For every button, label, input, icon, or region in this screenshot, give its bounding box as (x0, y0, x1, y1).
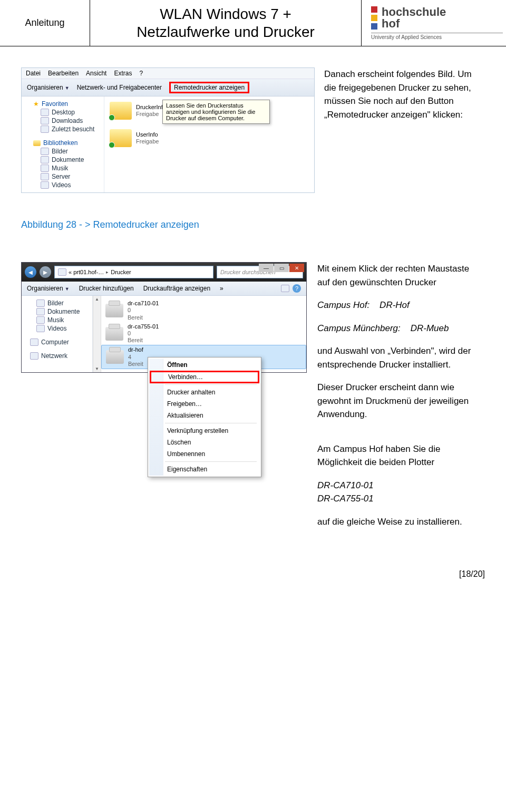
videos-icon (36, 325, 45, 332)
exp2-nav-pane: Bilder Dokumente Musik Videos Computer N… (22, 296, 93, 372)
scroll-down-icon: ▼ (95, 366, 99, 371)
network-icon (30, 352, 38, 360)
printer-item[interactable]: dr-ca755-01 0 Bereit (101, 322, 306, 345)
chevron-right-icon: ▸ (106, 269, 109, 275)
printer-jobs: 4 (128, 354, 143, 361)
help-icon[interactable]: ? (293, 284, 301, 293)
forward-button[interactable]: ► (40, 266, 51, 278)
nav-dokumente[interactable]: Dokumente (23, 307, 91, 316)
view-icon[interactable] (281, 285, 289, 292)
nav-bilder[interactable]: Bilder (23, 299, 91, 307)
tooltip-l3: Drucker auf diesem Computer. (166, 115, 266, 121)
folder-userinfo[interactable]: UserInfo Freigabe (110, 129, 309, 147)
nav-zuletzt[interactable]: Zuletzt besucht (24, 125, 102, 133)
desktop-icon (41, 109, 49, 116)
star-icon: ★ (33, 100, 39, 108)
menu-extras[interactable]: Extras (114, 70, 132, 77)
location-icon (58, 268, 66, 276)
nav-desktop[interactable]: Desktop (24, 108, 102, 117)
page-header: Anleitung WLAN Windows 7 + Netzlaufwerke… (0, 0, 506, 46)
nav-computer[interactable]: Computer (23, 338, 91, 346)
address-bar[interactable]: « prt01.hof-… ▸ Drucker (54, 266, 213, 278)
addr-segment: Drucker (111, 269, 131, 275)
para-plotter-intro: Am Campus Hof haben Sie die Möglichkeit … (317, 442, 475, 469)
menu-datei[interactable]: Datei (26, 70, 41, 77)
side-text-block-2: Mit einem Klick der rechten Maustaste au… (317, 262, 475, 538)
header-left: Anleitung (0, 0, 90, 46)
close-button[interactable]: ✕ (289, 264, 304, 272)
ctx-verknuepfung[interactable]: Verknüpfung erstellen (149, 425, 260, 437)
logo-block: hochschule hof University of Applied Sci… (362, 0, 506, 46)
ctx-loeschen[interactable]: Löschen (149, 437, 260, 448)
para-plotter-list: DR-CA710-01 DR-CA755-01 (317, 479, 475, 506)
pictures-icon (36, 299, 45, 307)
side-paragraph-1: Danach erscheint folgendes Bild. Um die … (324, 67, 472, 121)
computer-icon (30, 339, 38, 346)
nav-bibliotheken[interactable]: Bibliotheken (24, 139, 102, 147)
ctx-oeffnen[interactable]: Öffnen (149, 359, 260, 371)
nav-videos[interactable]: Videos (23, 324, 91, 333)
maximize-button[interactable]: ▭ (274, 264, 289, 272)
nav-musik[interactable]: Musik (24, 164, 102, 172)
menu-bearbeiten[interactable]: Bearbeiten (48, 70, 79, 77)
toolbar-more[interactable]: » (220, 285, 223, 292)
nav-server[interactable]: Server (24, 172, 102, 181)
logo-row: hochschule hof (371, 6, 446, 30)
explorer-window-1: Datei Bearbeiten Ansicht Extras ? Organi… (21, 67, 315, 193)
para-verbinden: und Auswahl von „Verbinden", wird der en… (317, 344, 475, 371)
menu-help[interactable]: ? (139, 70, 143, 77)
content-pane: Lassen Sie den Druckerstatus anzeigen un… (104, 96, 314, 192)
para-right-click: Mit einem Klick der rechten Maustaste au… (317, 262, 475, 289)
folder-sub: Freigabe (136, 138, 159, 145)
menu-ansicht[interactable]: Ansicht (86, 70, 106, 77)
nav-favoriten[interactable]: ★Favoriten (24, 100, 102, 108)
printer-status: Bereit (128, 361, 143, 368)
folder-sub: Freigabe (136, 111, 166, 118)
printer-item[interactable]: dr-ca710-01 0 Bereit (101, 299, 306, 322)
ctx-separator (165, 461, 257, 462)
toolbar-network-center[interactable]: Netzwerk- und Freigabecenter (77, 84, 162, 91)
nav-videos[interactable]: Videos (24, 181, 102, 189)
folder-name: DruckerInfo (136, 104, 166, 111)
printer-status: Bereit (128, 337, 159, 344)
ctx-separator (165, 384, 257, 385)
ctx-umbenennen[interactable]: Umbenennen (149, 448, 260, 460)
nav-netzwerk[interactable]: Netzwerk (23, 352, 91, 360)
minimize-button[interactable]: — (259, 264, 274, 272)
printer-jobs: 0 (128, 330, 159, 337)
folder-icon (110, 102, 132, 120)
toolbar-drucker-hinzufuegen[interactable]: Drucker hinzufügen (79, 285, 134, 292)
nav-downloads[interactable]: Downloads (24, 117, 102, 125)
ctx-verbinden[interactable]: Verbinden… (150, 371, 259, 383)
para-campus-hof: Campus Hof: DR-Hof (317, 298, 475, 312)
ctx-freigeben[interactable]: Freigeben… (149, 398, 260, 410)
ctx-separator (165, 423, 257, 423)
nav-dokumente[interactable]: Dokumente (24, 156, 102, 164)
toolbar-remotedrucker-button[interactable]: Remotedrucker anzeigen (169, 82, 249, 93)
ctx-aktualisieren[interactable]: Aktualisieren (149, 410, 260, 421)
tooltip-l1: Lassen Sie den Druckerstatus (166, 102, 266, 109)
printer-icon (105, 304, 123, 317)
documents-icon (36, 308, 45, 315)
downloads-icon (41, 117, 49, 124)
scrollbar[interactable]: ▲▼ (93, 296, 101, 372)
ctx-eigenschaften[interactable]: Eigenschaften (149, 463, 260, 475)
explorer-window-2: ◄ ► « prt01.hof-… ▸ Drucker Drucker durc… (21, 262, 307, 373)
toolbar-organisieren[interactable]: Organisieren▼ (27, 285, 70, 292)
toolbar-druckauftraege[interactable]: Druckaufträge anzeigen (143, 285, 210, 292)
share-overlay-icon (109, 142, 115, 148)
music-icon (36, 316, 45, 324)
nav-pane: ★Favoriten Desktop Downloads Zuletzt bes… (22, 96, 104, 192)
chevron-down-icon: ▼ (65, 85, 70, 91)
toolbar-organisieren[interactable]: Organisieren▼ (27, 84, 70, 91)
logo-subtitle: University of Applied Sciences (371, 33, 503, 40)
logo-name1: hochschule (382, 6, 446, 18)
exp2-toolbar: Organisieren▼ Drucker hinzufügen Druckau… (22, 282, 306, 296)
nav-bilder[interactable]: Bilder (24, 147, 102, 156)
ctx-drucker-anhalten[interactable]: Drucker anhalten (149, 386, 260, 398)
printer-name: dr-ca755-01 (128, 323, 159, 330)
server-icon (41, 173, 49, 180)
videos-icon (41, 181, 49, 189)
back-button[interactable]: ◄ (25, 266, 36, 278)
nav-musik[interactable]: Musik (23, 316, 91, 324)
